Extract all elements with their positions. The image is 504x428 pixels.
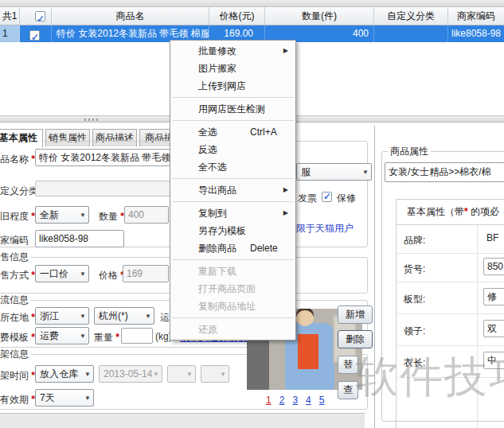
shelf-mode-dropdown[interactable]: 放入仓库 [35,365,94,383]
product-name-label: 品名称 * [0,153,35,166]
warranty-label: 保修 [337,192,356,205]
menu-item-invert-selection[interactable]: 反选 [170,141,295,158]
context-menu: 批量修改 图片搬家 上传到网店 用网店医生检测 全选Ctrl+A 反选 全不选 … [170,40,296,340]
validity-dropdown[interactable]: 7天 [35,389,94,407]
section-sale-info: 售信息 [0,251,31,263]
delete-image-button[interactable]: 删除 [338,330,373,348]
select-all-checkbox[interactable] [35,11,45,21]
category-path-button[interactable]: 女装/女士精品>>棉衣/棉 [385,162,504,182]
menu-item-restore: 还原 [170,321,295,338]
menu-item-image-move[interactable]: 图片搬家 [170,60,295,77]
price-input: 169 [123,265,169,282]
shipping-template-dropdown[interactable]: 运费 [35,327,89,344]
category-dropdown[interactable]: 服 [296,163,372,181]
menu-item-select-none[interactable]: 全不选 [170,158,295,176]
city-dropdown[interactable]: 杭州(*) [94,307,154,325]
image-pager: 12345 [266,395,332,406]
attr-fit-label: 板型: [404,293,425,306]
product-table-header: 共1 商品名 价格(元) 数量(件) 自定义分类 商家编码 [0,7,504,25]
pager-page-5[interactable]: 5 [319,395,325,406]
price-label: 价格 * [99,269,124,282]
menu-item-copy-to[interactable]: 复制到 [170,204,295,222]
menu-item-open-product-page: 打开商品页面 [170,280,295,298]
pager-page-1[interactable]: 1 [266,395,272,406]
divider [396,224,504,225]
attr-item-number-input[interactable]: 850 [483,258,504,275]
menu-separator [172,178,294,179]
row-custom-category [374,25,448,42]
merchant-code-label: 家编码 [0,234,29,247]
menu-item-shop-doctor-check[interactable]: 用网店医生检测 [170,100,295,118]
col-product-name[interactable]: 商品名 [52,7,209,25]
tab-basic-attributes[interactable]: 基本属性 [0,129,43,148]
splitter-grip-icon [84,119,99,121]
pager-page-4[interactable]: 4 [306,395,311,406]
section-logistics-info: 流信息 [0,294,31,305]
add-image-button[interactable]: 新增 [338,305,373,324]
col-merchant-code[interactable]: 商家编码 [448,7,504,25]
attributes-panel-title: 商品属性 [388,145,431,158]
condition-dropdown[interactable]: 全新 [35,206,89,224]
quantity-input: 400 [124,206,169,224]
menu-item-save-as-template[interactable]: 另存为模板 [170,222,295,239]
province-dropdown[interactable]: 浙江 [35,307,89,325]
warranty-checkbox[interactable] [322,192,332,202]
shelf-hour-dropdown [167,365,196,383]
shelf-time-label: 架时间 * [0,369,35,383]
weight-input[interactable] [121,328,153,344]
attr-fit-dropdown[interactable]: 修 [483,288,504,305]
image-figure-shirt [298,334,318,369]
image-figure-head [296,310,314,326]
custom-category-label: 定义分类 [0,185,38,198]
attr-collar-dropdown[interactable]: 双 [483,320,504,337]
location-extra-text: 运 [160,311,170,325]
divider [396,199,504,200]
status-strip [0,413,365,428]
attr-collar-label: 领子: [404,325,425,338]
menu-separator [172,97,294,98]
pager-page-2[interactable]: 2 [279,395,285,406]
sale-mode-dropdown[interactable]: 一口价 [35,265,89,282]
attr-item-number-label: 货号: [404,263,425,276]
invoice-label: 发票 [298,192,317,205]
section-shelf-info: 架信息 [0,348,31,360]
sale-mode-label: 售方式 * [0,269,35,282]
select-all-cell [20,7,52,25]
row-number: 1 [0,25,20,42]
shelf-date-dropdown: 2013-05-14 [99,365,162,383]
menu-item-select-all[interactable]: 全选Ctrl+A [170,123,295,141]
attributes-table-header: 基本属性（带* 的项必 [407,205,499,219]
toolbar-sliver [0,0,504,7]
attr-brand-label: 品牌: [404,234,425,247]
menu-item-export-products[interactable]: 导出商品 [170,181,295,199]
divider [396,345,504,346]
merchant-code-input[interactable]: like8058-98 [35,230,124,247]
menu-separator [172,120,294,121]
app-window: 共1 商品名 价格(元) 数量(件) 自定义分类 商家编码 1 特价 女装201… [0,0,504,428]
menu-item-delete-product[interactable]: 删除商品Delete [170,239,295,257]
menu-shortcut: Ctrl+A [250,123,277,141]
menu-item-copy-product-url: 复制商品地址 [170,298,295,315]
row-checkbox-cell [20,25,52,42]
col-custom-category[interactable]: 自定义分类 [374,7,448,25]
divider [396,313,504,314]
divider [396,282,504,282]
divider [396,253,504,254]
row-checkbox[interactable] [29,30,40,41]
watermark-text: 软件技巧 [355,348,504,407]
attr-brand-value[interactable]: BF [486,232,498,243]
corner-header: 共1 [0,7,20,25]
menu-item-redownload: 重新下载 [170,263,295,280]
pager-page-3[interactable]: 3 [292,395,298,406]
col-quantity[interactable]: 数量(件) [265,7,374,25]
tmall-note: 限于天猫用户 [296,222,354,235]
menu-separator [172,259,294,260]
menu-item-upload-to-shop[interactable]: 上传到网店 [170,77,295,95]
validity-label: 有效期 * [0,393,35,407]
quantity-label: 数量 * [99,210,124,224]
row-merchant-code: like8058-98 [448,25,504,42]
col-price[interactable]: 价格(元) [209,7,265,25]
condition-label: 旧程度 * [0,210,35,224]
menu-separator [172,317,294,318]
menu-item-batch-edit[interactable]: 批量修改 [170,42,295,60]
